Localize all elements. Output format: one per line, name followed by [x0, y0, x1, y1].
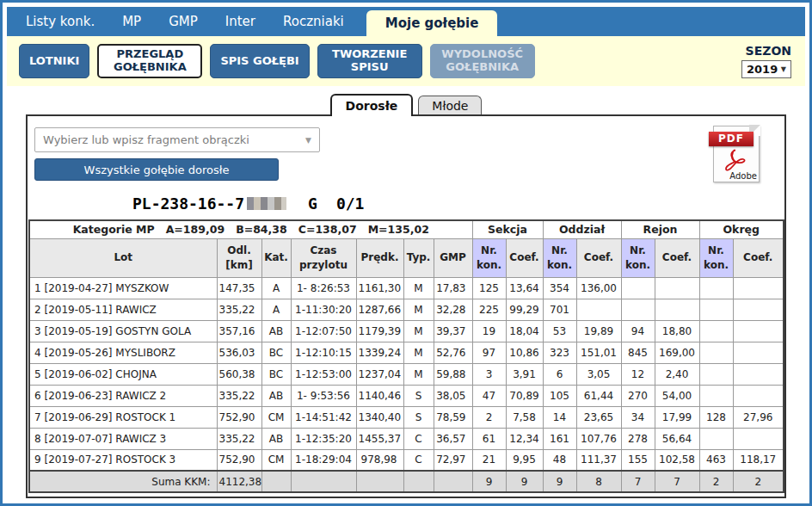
column-header-10: Coef. [576, 238, 621, 277]
column-header-7: Nr. kon. [472, 238, 506, 277]
cell-r0-c0: 1 [2019-04-27] MYSZKOW [29, 277, 217, 299]
chevron-down-icon: ▼ [781, 65, 786, 73]
season-block: SEZON 2019 ▼ [741, 44, 791, 78]
results-table: Kategorie MP A=189,09 B=84,38 C=138,07 M… [28, 219, 784, 493]
pigeon-ring-title: PL-238-16--7G0/1 [132, 194, 784, 213]
cell-r5-c3: 1- 9:53:56 [291, 385, 356, 406]
table-row: 8 [2019-07-07] RAWICZ 3335,22AB1-12:35:2… [29, 428, 784, 449]
cell-r4-c1: 560,38 [217, 363, 261, 385]
cell-r4-c8: 3,91 [506, 363, 543, 385]
cell-r2-c4: 1179,39 [356, 320, 403, 342]
cell-r3-c10: 151,01 [576, 342, 621, 363]
cell-r7-c13 [699, 428, 733, 449]
main-panel: Wybierz lub wpisz fragment obrączki ▼ Ws… [26, 114, 786, 498]
cell-r8-c4: 978,98 [356, 449, 403, 471]
cell-r3-c2: BC [261, 342, 291, 363]
cell-r8-c3: 1-18:29:04 [291, 449, 356, 471]
cell-r3-c13 [699, 342, 733, 363]
toolbar-button-4: WYDOLNOŚĆ GOŁĘBNIKA [430, 44, 535, 78]
cell-r4-c6: 59,88 [434, 363, 472, 385]
cell-r1-c9: 701 [543, 299, 576, 320]
nav-item-roczniaki[interactable]: Roczniaki [269, 14, 358, 29]
pdf-banner-label: PDF [709, 132, 754, 146]
nav-item-gmp[interactable]: GMP [155, 14, 212, 29]
season-select[interactable]: 2019 ▼ [741, 60, 791, 78]
cell-r1-c5: M [403, 299, 434, 320]
cell-r2-c13 [699, 320, 733, 342]
cell-r5-c2: AB [261, 385, 291, 406]
summary-cell-4 [356, 471, 403, 492]
cell-r6-c1: 752,90 [217, 406, 261, 428]
column-header-1: Odl. [km] [217, 238, 261, 277]
pdf-export-icon[interactable]: Adobe PDF [713, 126, 760, 182]
cell-r6-c7: 2 [472, 406, 506, 428]
cell-r3-c1: 536,03 [217, 342, 261, 363]
cell-r3-c3: 1-12:10:15 [291, 342, 356, 363]
table-row: 3 [2019-05-19] GOSTYN GOLA357,16AB1-12:0… [29, 320, 784, 342]
cell-r2-c12: 18,80 [655, 320, 699, 342]
cell-r5-c6: 38,05 [434, 385, 472, 406]
cell-r1-c13 [699, 299, 733, 320]
cell-r8-c9: 48 [543, 449, 576, 471]
toolbar-button-0[interactable]: LOTNIKI [19, 44, 89, 78]
content-tabs: Dorosłe Młode [7, 92, 805, 114]
cell-r7-c1: 335,22 [217, 428, 261, 449]
cell-r2-c2: AB [261, 320, 291, 342]
column-header-4: Prędk. [356, 238, 403, 277]
table-row: 6 [2019-06-23] RAWICZ 2335,22AB1- 9:53:5… [29, 385, 784, 406]
summary-cell-3 [291, 471, 356, 492]
cell-r0-c8: 13,64 [506, 277, 543, 299]
cell-r1-c4: 1287,66 [356, 299, 403, 320]
cell-r4-c2: BC [261, 363, 291, 385]
summary-cell-10: 8 [576, 471, 621, 492]
table-row: 4 [2019-05-26] MYSLIBORZ536,03BC1-12:10:… [29, 342, 784, 363]
cell-r0-c3: 1- 8:26:53 [291, 277, 356, 299]
cell-r5-c1: 335,22 [217, 385, 261, 406]
cell-r8-c11: 155 [621, 449, 655, 471]
group-header-okrg: Okręg [699, 220, 784, 238]
nav-item-listy-konk[interactable]: Listy konk. [12, 14, 108, 29]
cell-r3-c12: 169,00 [655, 342, 699, 363]
group-header-rejon: Rejon [621, 220, 699, 238]
summary-cell-14: 2 [733, 471, 784, 492]
cell-r3-c6: 52,76 [434, 342, 472, 363]
summary-cell-13: 2 [699, 471, 733, 492]
toolbar-button-1[interactable]: PRZEGLĄD GOŁĘBNIKA [97, 44, 202, 78]
nav-item-moje-golebie[interactable]: Moje gołębie [366, 10, 498, 36]
toolbar-button-3[interactable]: TWORZENIE SPISU [317, 44, 422, 78]
cell-r0-c14 [733, 277, 784, 299]
cell-r1-c6: 32,28 [434, 299, 472, 320]
cell-r1-c10 [576, 299, 621, 320]
cell-r2-c6: 39,37 [434, 320, 472, 342]
cell-r3-c8: 10,86 [506, 342, 543, 363]
ring-combobox[interactable]: Wybierz lub wpisz fragment obrączki ▼ [34, 127, 320, 152]
cell-r4-c9: 6 [543, 363, 576, 385]
column-header-2: Kat. [261, 238, 291, 277]
tab-dorosle[interactable]: Dorosłe [330, 94, 414, 116]
table-row: 9 [2019-07-27] ROSTOCK 3752,90CM1-18:29:… [29, 449, 784, 471]
chevron-down-icon: ▼ [305, 136, 311, 145]
table-row: 1 [2019-04-27] MYSZKOW147,35A1- 8:26:531… [29, 277, 784, 299]
pigeon-sex: G [308, 194, 317, 213]
cell-r4-c5: M [403, 363, 434, 385]
nav-items: Listy konk.MPGMPInterRoczniaki [12, 14, 358, 29]
kategorie-header-row: Kategorie MP A=189,09 B=84,38 C=138,07 M… [29, 220, 784, 238]
cell-r5-c11: 270 [621, 385, 655, 406]
adobe-acrobat-swoosh-icon [723, 148, 748, 174]
nav-item-mp[interactable]: MP [108, 14, 155, 29]
show-all-adults-button[interactable]: Wszystkie gołębie dorosłe [34, 158, 279, 181]
cell-r2-c3: 1-12:07:50 [291, 320, 356, 342]
kategorie-mp-summary: Kategorie MP A=189,09 B=84,38 C=138,07 M… [29, 220, 472, 238]
cell-r1-c3: 1-11:30:20 [291, 299, 356, 320]
ring-number-visible: PL-238-16--7 [132, 194, 244, 213]
tab-mlode[interactable]: Młode [418, 96, 482, 114]
filter-column: Wybierz lub wpisz fragment obrączki ▼ Ws… [28, 127, 784, 181]
toolbar-button-2[interactable]: SPIS GOŁĘBI [210, 44, 309, 78]
nav-item-inter[interactable]: Inter [212, 14, 269, 29]
cell-r0-c10: 136,00 [576, 277, 621, 299]
cell-r1-c11 [621, 299, 655, 320]
cell-r3-c9: 323 [543, 342, 576, 363]
cell-r2-c1: 357,16 [217, 320, 261, 342]
toolbar: LOTNIKIPRZEGLĄD GOŁĘBNIKASPIS GOŁĘBITWOR… [7, 36, 805, 86]
cell-r0-c12 [655, 277, 699, 299]
